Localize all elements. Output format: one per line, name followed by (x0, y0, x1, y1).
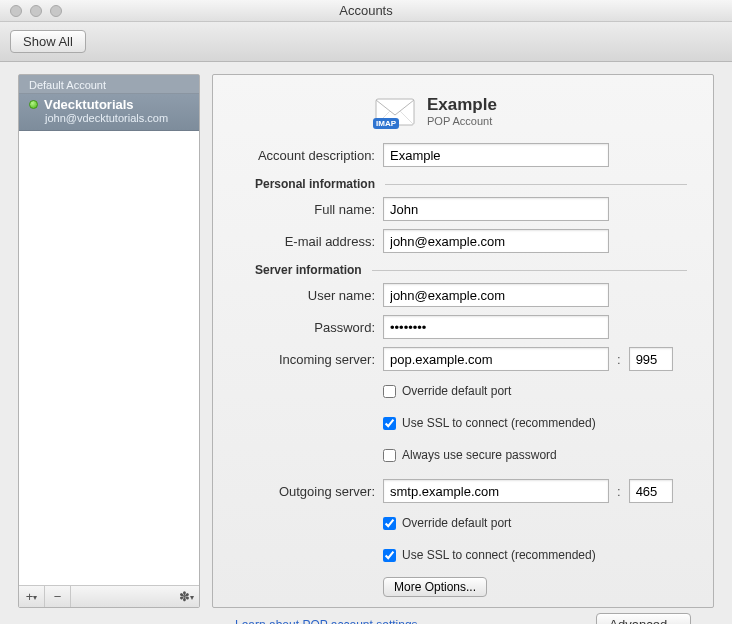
port-separator: : (615, 484, 623, 499)
sidebar-account-name: Vdecktutorials (44, 97, 134, 112)
mail-icon: IMAP (375, 95, 415, 127)
outgoing-override-port-checkbox[interactable]: Override default port (383, 516, 511, 530)
sidebar-section-title: Default Account (19, 75, 199, 94)
titlebar: Accounts (0, 0, 732, 22)
advanced-button[interactable]: Advanced... (596, 613, 691, 624)
checkbox-icon[interactable] (383, 517, 396, 530)
outgoing-server-input[interactable] (383, 479, 609, 503)
full-name-input[interactable] (383, 197, 609, 221)
add-account-button[interactable]: +▾ (19, 586, 45, 607)
imap-badge: IMAP (373, 118, 399, 129)
incoming-override-port-checkbox[interactable]: Override default port (383, 384, 511, 398)
settings-gear-button[interactable]: ✽▾ (173, 586, 199, 607)
show-all-button[interactable]: Show All (10, 30, 86, 53)
traffic-lights (0, 5, 62, 17)
label-outgoing-server: Outgoing server: (235, 484, 383, 499)
sidebar-account-email: john@vdecktutorials.com (29, 112, 189, 124)
divider (385, 184, 687, 185)
zoom-icon[interactable] (50, 5, 62, 17)
label-password: Password: (235, 320, 383, 335)
window-title: Accounts (0, 3, 732, 18)
label-account-description: Account description: (235, 148, 383, 163)
sidebar-footer: +▾ − ✽▾ (19, 585, 199, 607)
label-email: E-mail address: (235, 234, 383, 249)
label-user-name: User name: (235, 288, 383, 303)
section-server-info: Server information (235, 263, 372, 277)
minimize-icon[interactable] (30, 5, 42, 17)
gear-icon: ✽ (179, 589, 190, 604)
checkbox-icon[interactable] (383, 417, 396, 430)
account-detail-panel: IMAP Example POP Account Account descrip… (212, 74, 714, 608)
checkbox-label: Override default port (402, 384, 511, 398)
remove-account-button[interactable]: − (45, 586, 71, 607)
email-input[interactable] (383, 229, 609, 253)
label-full-name: Full name: (235, 202, 383, 217)
section-personal-info: Personal information (235, 177, 385, 191)
user-name-input[interactable] (383, 283, 609, 307)
account-title: Example (427, 95, 497, 115)
outgoing-port-input[interactable] (629, 479, 673, 503)
checkbox-icon[interactable] (383, 385, 396, 398)
account-header: IMAP Example POP Account (375, 95, 691, 127)
close-icon[interactable] (10, 5, 22, 17)
incoming-port-input[interactable] (629, 347, 673, 371)
sidebar-spacer (19, 131, 199, 585)
outgoing-ssl-checkbox[interactable]: Use SSL to connect (recommended) (383, 548, 596, 562)
checkbox-label: Override default port (402, 516, 511, 530)
password-input[interactable] (383, 315, 609, 339)
divider (372, 270, 687, 271)
checkbox-icon[interactable] (383, 549, 396, 562)
checkbox-label: Use SSL to connect (recommended) (402, 416, 596, 430)
main-content: Default Account Vdecktutorials john@vdec… (0, 62, 732, 624)
checkbox-label: Use SSL to connect (recommended) (402, 548, 596, 562)
checkbox-icon[interactable] (383, 449, 396, 462)
sidebar-footer-spacer (71, 586, 173, 607)
checkbox-label: Always use secure password (402, 448, 557, 462)
incoming-server-input[interactable] (383, 347, 609, 371)
more-options-button[interactable]: More Options... (383, 577, 487, 597)
incoming-ssl-checkbox[interactable]: Use SSL to connect (recommended) (383, 416, 596, 430)
status-online-icon (29, 100, 38, 109)
learn-link[interactable]: Learn about POP account settings (235, 618, 418, 625)
label-incoming-server: Incoming server: (235, 352, 383, 367)
sidebar-account-item[interactable]: Vdecktutorials john@vdecktutorials.com (19, 94, 199, 131)
incoming-secure-password-checkbox[interactable]: Always use secure password (383, 448, 557, 462)
account-description-input[interactable] (383, 143, 609, 167)
toolbar: Show All (0, 22, 732, 62)
port-separator: : (615, 352, 623, 367)
accounts-sidebar: Default Account Vdecktutorials john@vdec… (18, 74, 200, 608)
account-subtitle: POP Account (427, 115, 497, 127)
